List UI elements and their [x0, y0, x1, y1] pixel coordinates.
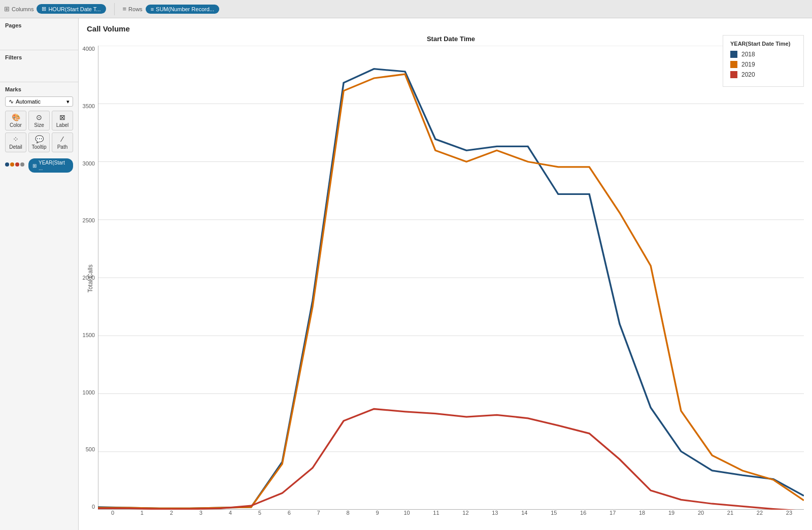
legend-item-2019: 2019 [730, 61, 796, 68]
y-label-2500: 2500 [72, 217, 95, 223]
x-tick-12: 12 [451, 510, 480, 522]
x-tick-5: 5 [245, 510, 275, 522]
legend-item-2018: 2018 [730, 51, 796, 58]
size-icon: ⊙ [36, 113, 42, 121]
path-button[interactable]: ∕ Path [52, 132, 73, 152]
color-dots [5, 162, 24, 167]
y-label-0: 0 [72, 504, 95, 510]
x-tick-14: 14 [510, 510, 539, 522]
x-tick-21: 21 [716, 510, 745, 522]
year-pill-icon: ⊞ [32, 163, 37, 169]
svg-container: 0 1 2 3 4 5 6 7 8 9 10 11 12 [98, 46, 804, 522]
detail-button[interactable]: ⁘ Detail [5, 132, 26, 152]
dot-2019 [10, 162, 14, 167]
x-tick-16: 16 [568, 510, 598, 522]
x-tick-6: 6 [275, 510, 304, 522]
x-tick-13: 13 [480, 510, 510, 522]
x-tick-9: 9 [363, 510, 392, 522]
x-tick-17: 17 [598, 510, 627, 522]
dropdown-chevron: ▾ [66, 98, 70, 105]
rows-icon: ≡ [123, 5, 127, 13]
dot-2018 [5, 162, 9, 167]
legend-color-2020 [730, 71, 737, 78]
filters-title: Filters [5, 54, 73, 60]
color-icon: 🎨 [12, 113, 20, 121]
year-pill[interactable]: ⊞ YEAR(Start ... [28, 158, 73, 173]
chart-area: Call Volume Total Calls Start Date Time … [79, 18, 812, 530]
x-tick-11: 11 [421, 510, 451, 522]
pages-title: Pages [5, 22, 73, 28]
x-tick-23: 23 [774, 510, 804, 522]
columns-shelf: ⊞ Columns ⊞ HOUR(Start Date T... [4, 4, 106, 14]
legend-color-2019 [730, 61, 737, 68]
x-tick-4: 4 [216, 510, 245, 522]
chart-svg [98, 46, 804, 510]
tooltip-icon: 💬 [35, 135, 44, 143]
legend-item-2020: 2020 [730, 71, 796, 78]
y-label-1500: 1500 [72, 332, 95, 338]
dot-2020 [15, 162, 19, 167]
size-button[interactable]: ⊙ Size [28, 111, 50, 130]
y-label-1000: 1000 [72, 389, 95, 395]
x-tick-8: 8 [333, 510, 363, 522]
x-tick-10: 10 [392, 510, 422, 522]
columns-pill[interactable]: ⊞ HOUR(Start Date T... [37, 4, 106, 14]
pages-content [5, 30, 73, 46]
path-icon: ∕ [62, 135, 63, 143]
x-axis: 0 1 2 3 4 5 6 7 8 9 10 11 12 [98, 510, 804, 522]
top-bar: ⊞ Columns ⊞ HOUR(Start Date T... ≡ Rows … [0, 0, 812, 18]
detail-icon: ⁘ [13, 135, 19, 143]
main-area: Pages Filters Marks ∿ Automatic ▾ 🎨 Colo… [0, 18, 812, 530]
x-tick-18: 18 [627, 510, 657, 522]
x-tick-1: 1 [127, 510, 157, 522]
line-2018 [98, 69, 804, 509]
y-label-3500: 3500 [72, 103, 95, 109]
rows-shelf: ≡ Rows ≡ SUM(Number Record... [123, 5, 219, 14]
x-tick-7: 7 [304, 510, 333, 522]
y-label-500: 500 [72, 446, 95, 452]
chart-subtitle: Start Date Time [98, 35, 804, 43]
y-label-2000: 2000 [72, 275, 95, 281]
x-tick-3: 3 [186, 510, 216, 522]
filters-content [5, 62, 73, 78]
marks-section: Marks ∿ Automatic ▾ 🎨 Color ⊙ Size ⊠ [0, 82, 78, 530]
label-icon: ⊠ [59, 113, 65, 121]
rows-label: ≡ Rows [123, 5, 143, 13]
year-marks-row: ⊞ YEAR(Start ... [5, 156, 73, 173]
rows-pill-icon: ≡ [151, 6, 154, 12]
label-button[interactable]: ⊠ Label [52, 111, 73, 130]
chart-main-title: Call Volume [87, 24, 130, 33]
legend-label-2018: 2018 [741, 51, 755, 58]
columns-icon: ⊞ [4, 5, 10, 13]
auto-icon: ∿ [9, 98, 14, 105]
rows-pill[interactable]: ≡ SUM(Number Record... [146, 5, 219, 14]
legend-color-2018 [730, 51, 737, 58]
columns-label: ⊞ Columns [4, 5, 33, 13]
chart-container: Total Calls Start Date Time 0 500 1000 1… [87, 35, 804, 522]
chart-inner: Start Date Time 0 500 1000 1500 2000 250… [98, 35, 804, 522]
pages-section: Pages [0, 18, 78, 50]
legend-label-2019: 2019 [741, 61, 755, 68]
color-button[interactable]: 🎨 Color [5, 111, 26, 130]
legend-title: YEAR(Start Date Time) [730, 41, 796, 47]
columns-pill-icon: ⊞ [42, 6, 46, 12]
y-label-3000: 3000 [72, 160, 95, 167]
sidebar: Pages Filters Marks ∿ Automatic ▾ 🎨 Colo… [0, 18, 79, 530]
legend: YEAR(Start Date Time) 2018 2019 2020 [723, 35, 804, 87]
x-tick-15: 15 [539, 510, 568, 522]
marks-title: Marks [5, 86, 73, 92]
divider [114, 3, 115, 15]
x-tick-19: 19 [657, 510, 686, 522]
legend-label-2020: 2020 [741, 71, 755, 78]
x-tick-22: 22 [745, 510, 774, 522]
x-tick-20: 20 [686, 510, 716, 522]
line-2019 [98, 74, 804, 508]
tooltip-button[interactable]: 💬 Tooltip [28, 132, 50, 152]
x-tick-2: 2 [157, 510, 186, 522]
dot-extra [20, 162, 24, 167]
chart-title-row: Call Volume [87, 24, 804, 33]
y-label-4000: 4000 [72, 46, 95, 52]
filters-section: Filters [0, 50, 78, 82]
marks-type-dropdown[interactable]: ∿ Automatic ▾ [5, 96, 73, 107]
x-tick-0: 0 [98, 510, 127, 522]
